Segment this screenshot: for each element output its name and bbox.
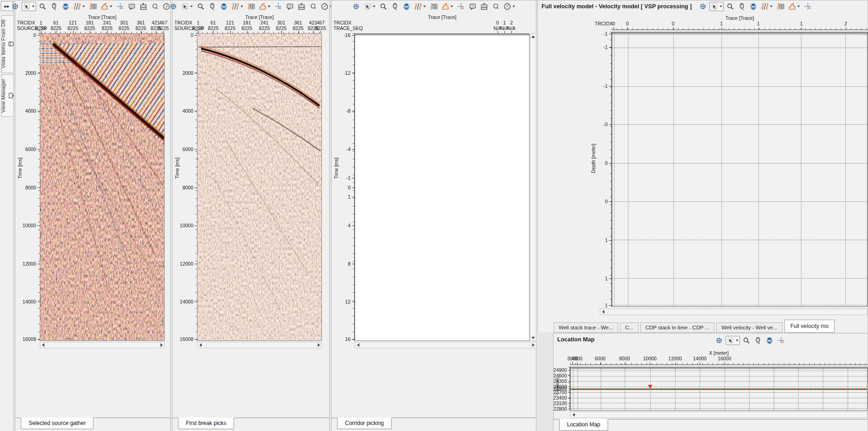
settings-button[interactable] — [10, 2, 20, 11]
scroll-left-button[interactable] — [571, 412, 576, 418]
view-tab-full-velocity-mo[interactable]: Full velocity mo — [784, 320, 835, 333]
histogram-button[interactable] — [787, 2, 801, 11]
pick-cursor-button[interactable] — [115, 2, 125, 11]
tick-label: 2000 — [183, 70, 193, 76]
pick-cursor-button[interactable] — [273, 2, 283, 11]
layers-button[interactable] — [401, 2, 412, 11]
scroll-left-button[interactable] — [355, 342, 361, 348]
layers-button[interactable] — [219, 2, 229, 11]
scroll-left-button[interactable] — [600, 309, 606, 315]
settings-button[interactable] — [168, 2, 179, 11]
layers-button[interactable] — [764, 336, 775, 345]
x-axis-title: X [meter] — [570, 350, 868, 356]
sidebar-tab-vista-items[interactable]: Vista Items From DB — [1, 15, 13, 73]
annotate-button[interactable] — [127, 2, 137, 11]
header-plot-button[interactable] — [88, 2, 98, 11]
locate-icon — [309, 3, 317, 10]
locate-button[interactable] — [308, 2, 318, 11]
corridor-picking-display[interactable] — [355, 33, 529, 341]
panel3-v-scrollbar[interactable] — [530, 33, 536, 341]
header-plot-button[interactable] — [429, 2, 439, 11]
annotate-icon — [286, 3, 294, 10]
pick-cursor-button[interactable] — [803, 2, 813, 11]
settings-button[interactable] — [351, 2, 361, 11]
location-map-display[interactable] — [570, 367, 868, 411]
view-tab-c[interactable]: C... — [620, 322, 639, 333]
annotate-button[interactable] — [468, 2, 478, 11]
mouse-tools-button[interactable] — [207, 2, 217, 11]
magnify-button[interactable] — [725, 2, 735, 11]
select-mode-button[interactable] — [709, 2, 724, 11]
locate-button[interactable] — [150, 2, 160, 11]
histogram-button[interactable] — [440, 2, 455, 11]
magnify-button[interactable] — [741, 336, 751, 345]
export-image-button[interactable] — [296, 2, 307, 11]
sidebar-tab-view-manager[interactable]: View Manager — [1, 74, 13, 117]
wiggle-options-button[interactable] — [760, 2, 774, 11]
mouse-tools-button[interactable] — [737, 2, 747, 11]
magnify-button[interactable] — [196, 2, 206, 11]
mouse-tools-button[interactable] — [753, 336, 763, 345]
tab-selected-source-gather[interactable]: Selected source gather — [21, 418, 93, 429]
settings-button[interactable] — [698, 2, 708, 11]
location-map-h-scrollbar[interactable] — [570, 412, 868, 418]
tick-label: 241 — [260, 20, 269, 25]
annotate-button[interactable] — [285, 2, 295, 11]
settings-icon — [715, 337, 723, 344]
trcidx-row-values: 012 — [355, 20, 529, 25]
scroll-down-button[interactable] — [530, 335, 536, 340]
panel4-h-scrollbar[interactable] — [600, 309, 868, 315]
wiggle-options-button[interactable] — [413, 2, 427, 11]
histogram-button[interactable] — [258, 2, 272, 11]
export-image-button[interactable] — [138, 2, 148, 11]
panel1-h-scrollbar[interactable] — [40, 342, 165, 348]
tick-label: 10000 — [23, 223, 36, 228]
mouse-tools-button[interactable] — [49, 2, 59, 11]
select-mode-button[interactable] — [22, 2, 36, 11]
panel-velocity-model: Full velocity model - Velocity model [ V… — [537, 0, 868, 332]
view-tab-cdp-stack-in-time-cdp[interactable]: CDP stack in time - CDP ... — [640, 322, 714, 333]
scroll-right-button[interactable] — [530, 342, 536, 348]
scroll-right-button[interactable] — [316, 342, 321, 348]
layers-button[interactable] — [61, 2, 71, 11]
locate-button[interactable] — [491, 2, 501, 11]
seismic-display-first-breaks[interactable] — [197, 33, 322, 341]
navigate-button[interactable] — [502, 2, 517, 11]
select-mode-button[interactable] — [180, 2, 194, 11]
select-mode-button[interactable] — [726, 336, 740, 345]
export-image-button[interactable] — [479, 2, 489, 11]
tab-location-map[interactable]: Location Map — [559, 419, 608, 431]
histogram-button[interactable] — [99, 2, 114, 11]
velocity-model-display[interactable] — [612, 32, 868, 307]
tick-label: 181 — [243, 20, 251, 25]
seismic-display-source-gather[interactable] — [40, 33, 165, 341]
layers-button[interactable] — [748, 2, 758, 11]
sourcesp-row-values: 822582258225822582258225822582258225 — [197, 25, 322, 31]
panel2-h-scrollbar[interactable] — [197, 342, 322, 348]
mouse-tools-button[interactable] — [390, 2, 400, 11]
magnify-button[interactable] — [378, 2, 388, 11]
trcidx-row-label: TRCIDX — [17, 20, 35, 25]
wiggle-options-icon — [232, 3, 239, 10]
panel3-h-scrollbar[interactable] — [355, 342, 536, 348]
tick-label: 6000 — [183, 146, 193, 152]
scroll-left-button[interactable] — [40, 342, 46, 348]
tab-corridor-picking[interactable]: Corridor picking — [337, 418, 392, 429]
view-tab-well-stack-trace-we[interactable]: Well stack trace - We... — [554, 322, 618, 333]
scroll-right-button[interactable] — [159, 342, 164, 348]
scroll-up-button[interactable] — [530, 34, 536, 39]
scroll-left-button[interactable] — [197, 342, 203, 348]
chevron-down-icon — [32, 6, 35, 7]
settings-button[interactable] — [714, 336, 724, 345]
pick-cursor-button[interactable] — [456, 2, 466, 11]
pick-cursor-button[interactable] — [776, 336, 786, 345]
tab-first-break-picks[interactable]: First break picks — [178, 418, 234, 429]
magnify-button[interactable] — [37, 2, 48, 11]
wiggle-options-button[interactable] — [230, 2, 245, 11]
wiggle-options-button[interactable] — [72, 2, 86, 11]
tick-label: 2 — [510, 20, 513, 25]
header-plot-button[interactable] — [246, 2, 256, 11]
header-plot-button[interactable] — [776, 2, 786, 11]
select-mode-button[interactable] — [363, 2, 377, 11]
view-tab-well-velocity-well-ve[interactable]: Well velocity - Well ve... — [716, 322, 782, 333]
